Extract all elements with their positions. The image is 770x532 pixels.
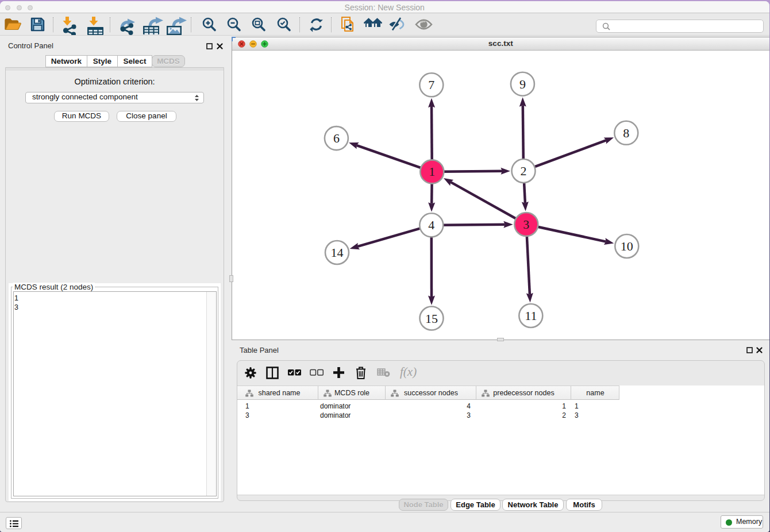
svg-text:3: 3 <box>523 217 529 232</box>
svg-text:2: 2 <box>521 164 527 178</box>
svg-text:10: 10 <box>621 239 633 253</box>
svg-text:14: 14 <box>331 245 344 260</box>
svg-text:9: 9 <box>519 77 526 91</box>
svg-text:4: 4 <box>428 218 434 232</box>
svg-text:7: 7 <box>428 78 434 92</box>
svg-text:6: 6 <box>333 131 340 145</box>
svg-text:15: 15 <box>425 311 438 326</box>
svg-text:8: 8 <box>623 126 629 140</box>
svg-text:1: 1 <box>429 164 435 179</box>
svg-text:11: 11 <box>525 309 537 323</box>
